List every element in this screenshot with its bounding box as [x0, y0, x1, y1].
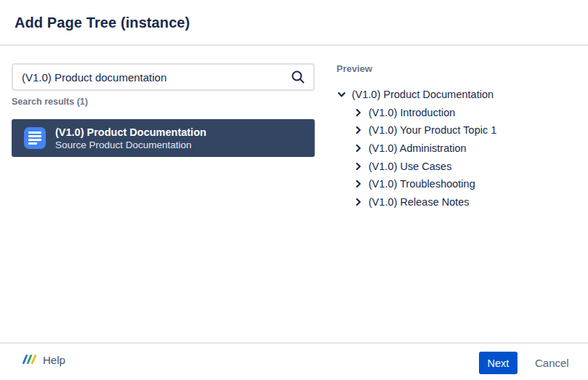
- tree-item[interactable]: (V1.0) Product Documentation: [337, 86, 576, 104]
- search-results-count: Search results (1): [12, 97, 88, 107]
- add-page-tree-dialog: Add Page Tree (instance) Search results …: [0, 0, 588, 380]
- chevron-right-icon[interactable]: [353, 143, 363, 153]
- tree-item-label: (V1.0) Administration: [368, 142, 467, 154]
- tree-item[interactable]: (V1.0) Introduction: [337, 104, 576, 122]
- search-result-item[interactable]: (V1.0) Product Documentation Source Prod…: [12, 119, 315, 157]
- chevron-right-icon[interactable]: [353, 161, 363, 171]
- result-subtitle: Source Product Documentation: [55, 140, 206, 150]
- search-input[interactable]: [13, 71, 290, 84]
- tree-item-label: (V1.0) Troubleshooting: [368, 178, 475, 190]
- tree-item-label: (V1.0) Your Product Topic 1: [368, 124, 496, 136]
- tree-item-label: (V1.0) Release Notes: [368, 196, 470, 208]
- tree-item-label: (V1.0) Introduction: [368, 107, 455, 118]
- next-button[interactable]: Next: [479, 352, 517, 374]
- tree-item[interactable]: (V1.0) Your Product Topic 1: [337, 121, 576, 140]
- result-title: (V1.0) Product Documentation: [55, 126, 206, 138]
- tree-item-label: (V1.0) Use Cases: [368, 161, 451, 172]
- tree-item[interactable]: (V1.0) Release Notes: [337, 193, 576, 211]
- preview-tree: (V1.0) Product Documentation(V1.0) Intro…: [337, 86, 576, 211]
- dialog-title: Add Page Tree (instance): [15, 15, 190, 31]
- footer: Help Next Cancel: [0, 344, 588, 380]
- help-link[interactable]: Help: [22, 353, 65, 366]
- chevron-right-icon[interactable]: [353, 197, 363, 207]
- tree-item[interactable]: (V1.0) Use Cases: [337, 157, 576, 175]
- search-box: [12, 63, 315, 91]
- tree-item[interactable]: (V1.0) Administration: [337, 140, 576, 158]
- cancel-button[interactable]: Cancel: [535, 357, 569, 369]
- chevron-right-icon[interactable]: [353, 125, 363, 135]
- chevron-right-icon[interactable]: [353, 179, 363, 189]
- header-divider: [0, 44, 588, 46]
- chevron-down-icon[interactable]: [337, 89, 347, 100]
- preview-heading: Preview: [337, 63, 372, 74]
- help-label: Help: [43, 354, 65, 366]
- search-icon[interactable]: [290, 69, 306, 85]
- document-icon: [24, 127, 46, 149]
- tree-item-label: (V1.0) Product Documentation: [352, 89, 494, 100]
- chevron-right-icon[interactable]: [353, 108, 363, 118]
- k15t-logo-icon: [22, 353, 36, 366]
- tree-item[interactable]: (V1.0) Troubleshooting: [337, 175, 576, 193]
